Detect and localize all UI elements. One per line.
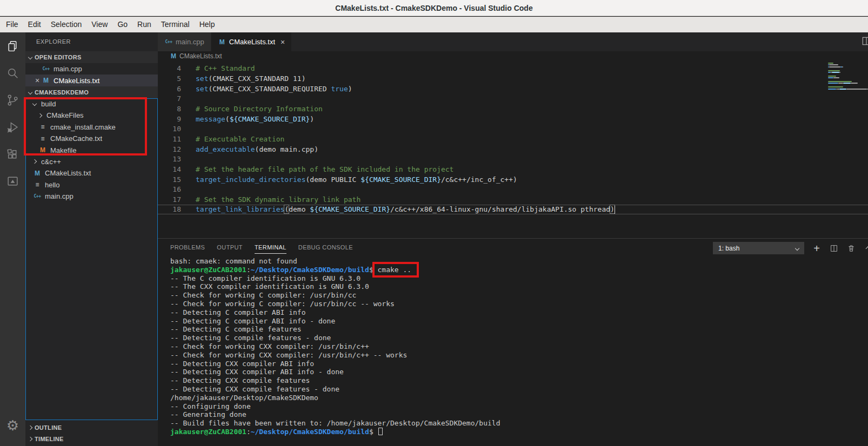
- code-line-14[interactable]: 14# Set the header file path of the SDK …: [158, 164, 868, 174]
- code-line-17[interactable]: 17# Set the SDK dynamic library link pat…: [158, 194, 868, 205]
- code-editor[interactable]: 34# C++ Standard5set(CMAKE_CXX_STANDARD …: [158, 61, 868, 238]
- code-token: target_include_directories: [196, 175, 306, 184]
- code-token: set: [196, 85, 208, 93]
- code-line-18[interactable]: 18target_link_libraries(demo ${CMAKE_SOU…: [158, 205, 868, 215]
- split-terminal-icon[interactable]: [827, 242, 840, 254]
- terminal-text: -- Detecting C compiler ABI info - done: [170, 317, 335, 325]
- minimap-bar: [839, 72, 840, 73]
- tree-item-c-c-[interactable]: c&c++: [25, 156, 158, 167]
- tab-cmakelists-txt[interactable]: MCMakeLists.txt×: [211, 32, 291, 51]
- open-editor-item-main.cpp[interactable]: C++main.cpp: [25, 63, 158, 75]
- maximize-panel-icon[interactable]: [862, 242, 868, 254]
- source-control-icon[interactable]: [0, 86, 25, 113]
- shell-selector-value: 1: bash: [718, 245, 739, 252]
- run-debug-icon[interactable]: [0, 113, 25, 140]
- tree-item-cmake-install-cmake[interactable]: ≡cmake_install.cmake: [25, 121, 158, 133]
- code-line-9[interactable]: 9message(${CMAKE_SOURCE_DIR}): [158, 114, 868, 124]
- terminal-line: -- Detecting C compile features: [170, 325, 862, 334]
- search-icon[interactable]: [0, 59, 25, 86]
- terminal-text: ~/Desktop/CmakeSDKDemo/build: [251, 428, 369, 436]
- panel-tab-debug-console[interactable]: DEBUG CONSOLE: [298, 244, 353, 254]
- tree-item-label: main.cpp: [45, 192, 74, 200]
- file-tree: buildCMakeFiles≡cmake_install.cmake≡CMak…: [25, 98, 158, 202]
- breadcrumb-label: CMakeLists.txt: [179, 52, 222, 60]
- tree-item-cmakecache-txt[interactable]: ≡CMakeCache.txt: [25, 133, 158, 144]
- settings-gear-icon[interactable]: ⚙: [0, 415, 25, 436]
- code-token: # Set the header file path of the SDK in…: [196, 165, 453, 173]
- code-line-11[interactable]: 11# Executable Creation: [158, 134, 868, 144]
- code-line-8[interactable]: 8# Source Directory Information: [158, 104, 868, 114]
- open-editor-item-CMakeLists.txt[interactable]: ×MCMakeLists.txt: [25, 75, 158, 86]
- outline-header[interactable]: OUTLINE: [25, 422, 158, 433]
- minimap-bar: [829, 64, 838, 65]
- breadcrumb[interactable]: M CMakeLists.txt: [158, 51, 868, 61]
- code-line-13[interactable]: 13: [158, 154, 868, 164]
- panel-tab-problems[interactable]: PROBLEMS: [170, 244, 205, 254]
- code-line-5[interactable]: 5set(CMAKE_CXX_STANDARD 11): [158, 73, 868, 84]
- code-line-7[interactable]: 7: [158, 94, 868, 104]
- cpp-file-icon: C++: [42, 66, 50, 71]
- line-number: 12: [158, 145, 181, 153]
- close-icon[interactable]: ×: [281, 38, 285, 46]
- minimap[interactable]: [828, 60, 868, 93]
- menu-item-file[interactable]: File: [1, 17, 23, 32]
- tree-item-cmakefiles[interactable]: CMakeFiles: [25, 110, 158, 121]
- code-line-12[interactable]: 12add_executable(demo main.cpp): [158, 144, 868, 154]
- panel-tab-output[interactable]: OUTPUT: [217, 244, 243, 254]
- menu-item-go[interactable]: Go: [112, 17, 132, 32]
- code-line-16[interactable]: 16: [158, 184, 868, 194]
- menu-item-edit[interactable]: Edit: [23, 17, 46, 32]
- code-line-4[interactable]: 4# C++ Standard: [158, 64, 868, 74]
- menu-item-terminal[interactable]: Terminal: [156, 17, 195, 32]
- timeline-label: TIMELINE: [35, 436, 64, 442]
- project-label: CMAKESDKDEMO: [35, 89, 89, 96]
- explorer-icon[interactable]: [0, 32, 25, 59]
- code-line-15[interactable]: 15target_include_directories(demo PUBLIC…: [158, 174, 868, 185]
- tree-item-label: CMakeCache.txt: [50, 134, 102, 143]
- extensions-icon[interactable]: [0, 140, 25, 167]
- code-text: set(CMAKE_CXX_STANDARD 11): [196, 75, 306, 83]
- close-icon[interactable]: ×: [33, 76, 42, 85]
- media-panel-icon[interactable]: [0, 167, 25, 194]
- code-token: ${CMAKE_SOURCE_DIR}: [310, 205, 390, 213]
- tab-main-cpp[interactable]: C++main.cpp: [158, 32, 211, 51]
- tree-item-build[interactable]: build: [25, 98, 158, 110]
- terminal-output[interactable]: bash: cmaek: command not foundjakauser@Z…: [170, 257, 862, 436]
- terminal-line: -- Detecting CXX compile features - done: [170, 385, 862, 394]
- minimap-bar: [833, 77, 839, 78]
- tree-item-cmakelists-txt[interactable]: MCMakeLists.txt: [25, 167, 158, 179]
- menu-item-help[interactable]: Help: [195, 17, 220, 32]
- kill-terminal-icon[interactable]: [845, 242, 858, 254]
- open-editors-header[interactable]: OPEN EDITORS: [25, 51, 158, 63]
- line-number: 7: [158, 94, 181, 103]
- menu-item-run[interactable]: Run: [132, 17, 156, 32]
- code-token: message: [196, 115, 225, 123]
- panel-tab-terminal[interactable]: TERMINAL: [255, 244, 286, 254]
- code-line-6[interactable]: 6set(CMAKE_CXX_STANDARD_REQUIRED true): [158, 84, 868, 94]
- line-number: 17: [158, 195, 181, 204]
- terminal-line: -- Check for working CXX compiler: /usr/…: [170, 351, 862, 360]
- menu-item-view[interactable]: View: [86, 17, 112, 32]
- cmake-orange-file-icon: M: [38, 146, 47, 154]
- project-header[interactable]: CMAKESDKDEMO: [25, 86, 158, 98]
- cmake-blue-file-icon: M: [33, 170, 42, 177]
- menu-item-selection[interactable]: Selection: [46, 17, 87, 32]
- code-token: (demo PUBLIC: [306, 175, 361, 184]
- timeline-header[interactable]: TIMELINE: [25, 433, 158, 444]
- terminal-line: -- Check for working C compiler: /usr/bi…: [170, 291, 862, 300]
- terminal-shell-selector[interactable]: 1: bash: [713, 242, 804, 254]
- tree-item-makefile[interactable]: MMakefile: [25, 144, 158, 156]
- cpp-file-icon: C++: [33, 194, 42, 199]
- new-terminal-icon[interactable]: +: [810, 242, 823, 254]
- line-number: 18: [158, 205, 181, 213]
- code-text: # Set the SDK dynamic library link path: [196, 195, 360, 204]
- tree-item-main-cpp[interactable]: C++main.cpp: [25, 191, 158, 202]
- line-number: 5: [158, 75, 181, 83]
- code-line-10[interactable]: 10: [158, 124, 868, 134]
- code-text: # Executable Creation: [196, 135, 284, 143]
- tree-item-label: Makefile: [50, 146, 76, 154]
- terminal-line: -- Detecting C compiler ABI info - done: [170, 317, 862, 326]
- split-editor-icon[interactable]: [862, 36, 868, 47]
- tree-item-hello[interactable]: ≡hello: [25, 179, 158, 191]
- cpp-file-icon: C++: [164, 39, 173, 44]
